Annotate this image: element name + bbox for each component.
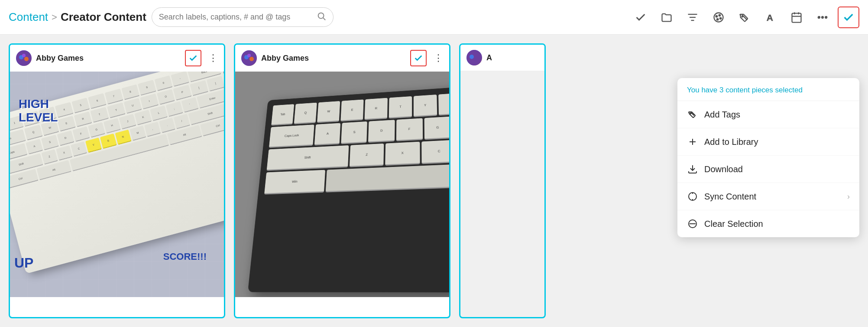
add-tags-label: Add Tags xyxy=(704,110,740,120)
svg-point-22 xyxy=(22,54,26,57)
topbar: Content > Creator Content xyxy=(0,0,868,35)
add-to-library-label: Add to Library xyxy=(704,137,758,147)
card-2-avatar xyxy=(241,50,257,66)
sync-icon xyxy=(687,191,698,202)
svg-point-23 xyxy=(241,50,257,66)
download-icon xyxy=(687,164,698,175)
svg-point-10 xyxy=(742,16,743,17)
svg-point-7 xyxy=(719,14,721,16)
keyboard-graphic-2: Tab Q W E R T Y U I O P N xyxy=(248,79,449,292)
card-2-username: Abby Games xyxy=(261,54,406,63)
card-1-up-text: UP xyxy=(14,255,33,271)
clear-selection-label: Clear Selection xyxy=(704,219,763,229)
download-label: Download xyxy=(704,164,743,174)
content-card-2: Abby Games ⋮ Tab Q W E R T xyxy=(234,43,450,318)
card-1-avatar xyxy=(16,50,32,66)
svg-point-5 xyxy=(714,13,723,22)
svg-point-29 xyxy=(690,113,691,114)
text-toolbar-icon[interactable]: A xyxy=(760,7,781,28)
card-3-image xyxy=(460,71,544,296)
svg-point-17 xyxy=(822,16,823,18)
search-input[interactable] xyxy=(159,13,313,22)
breadcrumb-separator: > xyxy=(52,12,57,23)
calendar-toolbar-icon[interactable] xyxy=(786,7,807,28)
clear-selection-icon xyxy=(687,218,698,229)
svg-text:A: A xyxy=(767,13,773,23)
search-bar[interactable] xyxy=(152,7,334,27)
card-1-more-button[interactable]: ⋮ xyxy=(208,52,218,64)
svg-point-9 xyxy=(717,18,719,20)
card-2-image: Tab Q W E R T Y U I O P N xyxy=(235,72,449,297)
clear-selection-menu-item[interactable]: Clear Selection xyxy=(677,210,859,237)
svg-point-27 xyxy=(466,50,482,65)
content-card-1: Abby Games ⋮ HIGHLEVEL SCORE!!! UP Esc 1… xyxy=(9,43,225,318)
breadcrumb-parent[interactable]: Content xyxy=(9,10,48,24)
add-to-library-icon xyxy=(687,136,698,147)
palette-toolbar-icon[interactable] xyxy=(708,7,729,28)
svg-point-28 xyxy=(470,55,474,59)
svg-point-0 xyxy=(318,13,324,19)
svg-point-19 xyxy=(16,50,32,66)
more-toolbar-icon[interactable] xyxy=(812,7,833,28)
card-2-select-checkbox[interactable] xyxy=(410,50,427,66)
sort-toolbar-icon[interactable] xyxy=(682,7,703,28)
card-1-username: Abby Games xyxy=(36,54,181,63)
add-tags-icon xyxy=(687,109,698,120)
add-tags-menu-item[interactable]: Add Tags xyxy=(677,101,859,128)
toolbar-icons: A xyxy=(630,7,859,28)
breadcrumb: Content > Creator Content xyxy=(9,10,146,24)
search-icon xyxy=(317,11,326,23)
sync-content-menu-item[interactable]: Sync Content › xyxy=(677,183,859,210)
card-2-more-button[interactable]: ⋮ xyxy=(434,52,443,64)
action-dropdown-menu: You have 3 content pieces selected Add T… xyxy=(677,78,859,237)
sync-chevron-icon: › xyxy=(847,192,850,201)
content-card-3: A xyxy=(459,43,546,318)
svg-point-21 xyxy=(24,57,29,61)
card-1-image: HIGHLEVEL SCORE!!! UP Esc 1 2 3 4 5 6 7 xyxy=(10,72,224,297)
tags-toolbar-icon[interactable] xyxy=(734,7,755,28)
card-1-select-checkbox[interactable] xyxy=(185,50,201,66)
card-1-score-text: SCORE!!! xyxy=(163,251,207,262)
card-2-header: Abby Games ⋮ xyxy=(235,45,449,72)
svg-point-26 xyxy=(247,54,251,57)
card-3-username: A xyxy=(486,53,538,62)
svg-point-25 xyxy=(249,57,254,61)
svg-line-1 xyxy=(323,18,325,20)
dropdown-selection-notice: You have 3 content pieces selected xyxy=(677,78,859,101)
checkmark-toolbar-icon[interactable] xyxy=(630,7,651,28)
sync-content-label: Sync Content xyxy=(704,192,756,202)
card-3-header: A xyxy=(460,45,544,71)
svg-point-16 xyxy=(818,16,820,18)
folder-toolbar-icon[interactable] xyxy=(656,7,677,28)
main-content: Abby Games ⋮ HIGHLEVEL SCORE!!! UP Esc 1… xyxy=(0,35,868,327)
breadcrumb-current: Creator Content xyxy=(61,10,146,24)
download-menu-item[interactable]: Download xyxy=(677,156,859,183)
add-to-library-menu-item[interactable]: Add to Library xyxy=(677,128,859,156)
card-1-header: Abby Games ⋮ xyxy=(10,45,224,72)
svg-point-18 xyxy=(825,16,827,18)
select-toolbar-button[interactable] xyxy=(838,7,859,28)
card-1-high-level-text: HIGHLEVEL xyxy=(19,98,58,124)
svg-rect-12 xyxy=(792,13,801,22)
svg-point-8 xyxy=(720,17,722,19)
card-3-avatar xyxy=(466,50,482,65)
svg-point-6 xyxy=(716,15,718,17)
